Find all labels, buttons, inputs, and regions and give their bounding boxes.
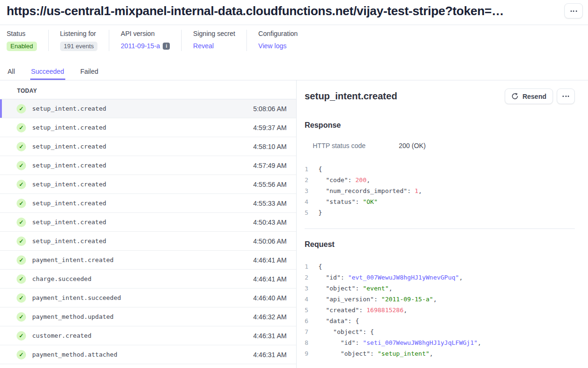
token-p: , (367, 176, 370, 184)
code-text: } (318, 207, 322, 218)
token-p: "id": (318, 274, 348, 281)
code-text: "object": "event", (318, 283, 393, 294)
token-p: "code": (318, 176, 355, 184)
status-section: Listening for191 events (48, 30, 109, 51)
status-badge: Enabled (7, 42, 37, 51)
event-name: payment_intent.created (32, 256, 114, 263)
token-id: "seti_007WewuJW8hgHJ1yJqLFWGj1" (363, 339, 478, 346)
status-link[interactable]: 2011-09-15-ai (121, 42, 170, 50)
token-p: "object": (318, 350, 377, 357)
event-row[interactable]: ✓setup_intent.created4:59:37 AM (0, 118, 296, 137)
code-line: 7 "object": { (305, 326, 575, 337)
status-link[interactable]: Reveal (193, 42, 214, 50)
event-time: 4:46:40 AM (253, 294, 287, 302)
event-row[interactable]: ✓setup_intent.created5:08:06 AM (0, 99, 296, 118)
line-number: 1 (305, 164, 310, 175)
line-number: 4 (305, 196, 310, 207)
token-id: "evt_007WewuJW8hgHJ1yWnevGPuq" (348, 274, 459, 281)
code-line: 4 "status": "OK" (305, 196, 575, 207)
code-line: 1{ (305, 261, 575, 272)
token-p: } (318, 209, 322, 216)
token-p: "status": (318, 198, 363, 205)
success-check-icon: ✓ (17, 312, 26, 322)
status-label: Configuration (258, 30, 298, 37)
status-link[interactable]: View logs (258, 42, 287, 50)
header-overflow-button[interactable] (564, 3, 583, 18)
success-check-icon: ✓ (17, 199, 26, 208)
event-row[interactable]: ✓payment_intent.succeeded4:46:40 AM (0, 289, 296, 307)
token-p: "num_records_imported": (318, 187, 415, 194)
event-row[interactable]: ✓setup_intent.created4:50:43 AM (0, 213, 296, 232)
resend-label: Resend (522, 93, 546, 100)
event-time: 4:58:10 AM (253, 143, 287, 150)
event-row[interactable]: ✓customer.created4:46:31 AM (0, 326, 296, 345)
event-time: 5:08:06 AM (253, 105, 287, 113)
info-icon[interactable]: i (163, 43, 170, 50)
line-number: 9 (305, 348, 310, 359)
token-p: , (404, 307, 407, 314)
line-number: 2 (305, 272, 310, 283)
event-row[interactable]: ✓payment_intent.created4:46:41 AM (0, 251, 296, 270)
request-code-block: 1{2 "id": "evt_007WewuJW8hgHJ1yWnevGPuq"… (305, 261, 575, 359)
code-line: 3 "object": "event", (305, 283, 575, 294)
code-text: "object": { (318, 326, 374, 337)
refresh-icon (511, 93, 518, 100)
event-name: setup_intent.created (32, 162, 106, 169)
token-str: "setup_intent" (377, 350, 430, 357)
resend-button[interactable]: Resend (505, 88, 553, 104)
events-count-badge: 191 events (60, 42, 98, 51)
tab-all[interactable]: All (7, 67, 16, 80)
code-text: "code": 200, (318, 175, 370, 185)
event-row[interactable]: ✓setup_intent.created4:50:06 AM (0, 232, 296, 251)
code-text: "id": "evt_007WewuJW8hgHJ1yWnevGPuq", (318, 272, 463, 283)
event-name: setup_intent.created (32, 105, 106, 112)
code-text: "api_version": "2011-09-15-a", (318, 294, 437, 305)
event-row[interactable]: ✓payment_method.attached4:46:31 AM (0, 345, 296, 364)
request-heading: Request (305, 240, 575, 249)
line-number: 6 (305, 315, 310, 326)
token-p: , (430, 350, 433, 357)
status-label: API version (121, 30, 170, 37)
detail-overflow-button[interactable] (557, 88, 575, 104)
code-text: "id": "seti_007WewuJW8hgHJ1yJqLFWGj1", (318, 337, 481, 348)
event-list-panel: TODAY ✓setup_intent.created5:08:06 AM✓se… (0, 80, 297, 368)
code-line: 8 "id": "seti_007WewuJW8hgHJ1yJqLFWGj1", (305, 337, 575, 348)
line-number: 1 (305, 261, 310, 272)
tab-failed[interactable]: Failed (79, 67, 99, 80)
code-text: "object": "setup_intent", (318, 348, 433, 359)
event-name: setup_intent.created (32, 143, 106, 150)
tab-succeeded[interactable]: Succeeded (30, 67, 65, 80)
event-group-label: TODAY (0, 80, 296, 99)
success-check-icon: ✓ (17, 104, 26, 114)
token-p: "created": (318, 307, 367, 314)
response-code-block: 1{2 "code": 200,3 "num_records_imported"… (305, 164, 575, 218)
token-str: "2011-09-15-a" (381, 296, 433, 303)
event-row[interactable]: ✓charge.succeeded4:46:41 AM (0, 270, 296, 289)
status-label: Listening for (60, 30, 98, 37)
line-number: 5 (305, 207, 310, 218)
success-check-icon: ✓ (17, 331, 26, 341)
event-row[interactable]: ✓setup_intent.created4:55:56 AM (0, 175, 296, 194)
http-status-value: 200 (OK) (399, 142, 426, 149)
code-line: 4 "api_version": "2011-09-15-a", (305, 294, 575, 305)
success-check-icon: ✓ (17, 180, 26, 189)
event-time: 4:55:33 AM (253, 200, 287, 207)
event-time: 4:46:41 AM (253, 275, 287, 283)
token-num: 1698815286 (367, 307, 404, 314)
event-row[interactable]: ✓setup_intent.created4:58:10 AM (0, 137, 296, 156)
event-row[interactable]: ✓payment_method.updated4:46:32 AM (0, 307, 296, 326)
event-name: setup_intent.created (32, 219, 106, 226)
success-check-icon: ✓ (17, 350, 26, 359)
success-check-icon: ✓ (17, 142, 26, 151)
success-check-icon: ✓ (17, 237, 26, 246)
success-check-icon: ✓ (17, 274, 26, 284)
http-status-row: HTTP status code 200 (OK) (313, 142, 575, 149)
event-row[interactable]: ✓setup_intent.created4:57:49 AM (0, 156, 296, 175)
line-number: 8 (305, 337, 310, 348)
token-p: , (433, 296, 437, 303)
token-p: "object": (318, 285, 363, 292)
event-row[interactable]: ✓setup_intent.created4:55:33 AM (0, 194, 296, 213)
event-time: 4:59:37 AM (253, 124, 287, 131)
event-time: 4:46:41 AM (253, 256, 287, 264)
line-number: 5 (305, 305, 310, 315)
